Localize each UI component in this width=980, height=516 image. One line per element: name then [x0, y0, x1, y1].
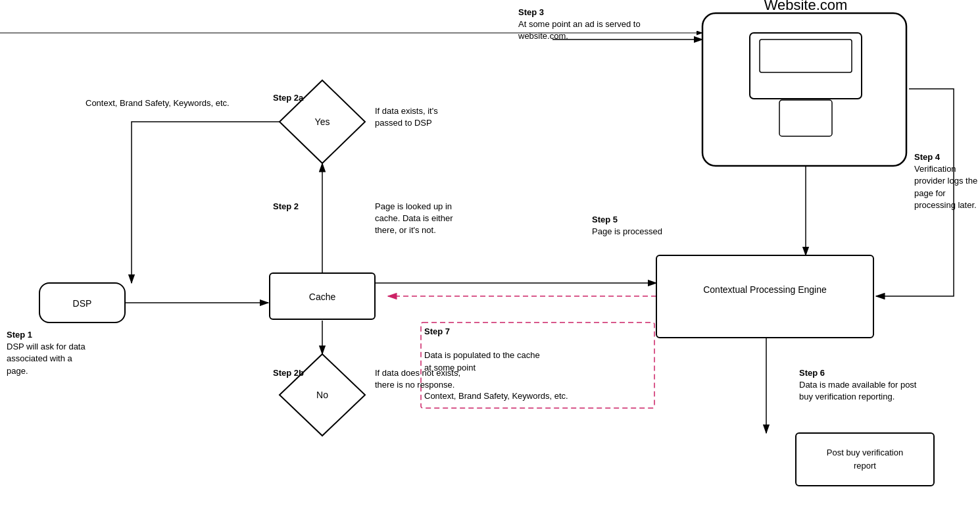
svg-rect-15: [796, 433, 934, 486]
step3-title-label: Step 3 At some point an ad is served tow…: [518, 7, 641, 43]
step1-label: Step 1 DSP will ask for dataassociated w…: [7, 329, 86, 377]
cache-label: Cache: [309, 292, 336, 302]
step4-title-label: Step 4 Verification provider logs thepag…: [914, 151, 980, 211]
step2a-title-label: Step 2a: [273, 92, 303, 104]
step2-title-label: Step 2: [273, 201, 299, 213]
svg-rect-12: [760, 39, 852, 72]
context-label1: Context, Brand Safety, Keywords, etc.: [86, 97, 230, 109]
step7-title-label: Step 7 Data is populated to the cacheat …: [424, 326, 540, 374]
step5-title-label: Step 5 Page is processed: [592, 214, 662, 238]
dsp-label: DSP: [73, 298, 92, 309]
yes-label: Yes: [315, 116, 330, 127]
no-label: No: [316, 390, 328, 400]
postbuy-line2: report: [854, 461, 876, 471]
website-title: Website.com: [764, 0, 848, 13]
postbuy-line1: Post buy verification: [827, 448, 903, 457]
svg-rect-14: [656, 255, 873, 338]
step6-title-label: Step 6 Data is made available for postbu…: [799, 367, 916, 403]
context-label2: Context, Brand Safety, Keywords, etc.: [424, 390, 568, 402]
svg-rect-13: [779, 100, 832, 136]
cpe-line1: Contextual Processing Engine: [703, 284, 827, 295]
step2b-title-label: Step 2b: [273, 367, 304, 379]
step2-desc-label: Page is looked up incache. Data is eithe…: [375, 201, 453, 237]
step2a-desc-label: If data exists, it'spassed to DSP: [375, 105, 438, 129]
diagram: DSP Cache Yes No Contextual Processing E…: [0, 0, 980, 516]
